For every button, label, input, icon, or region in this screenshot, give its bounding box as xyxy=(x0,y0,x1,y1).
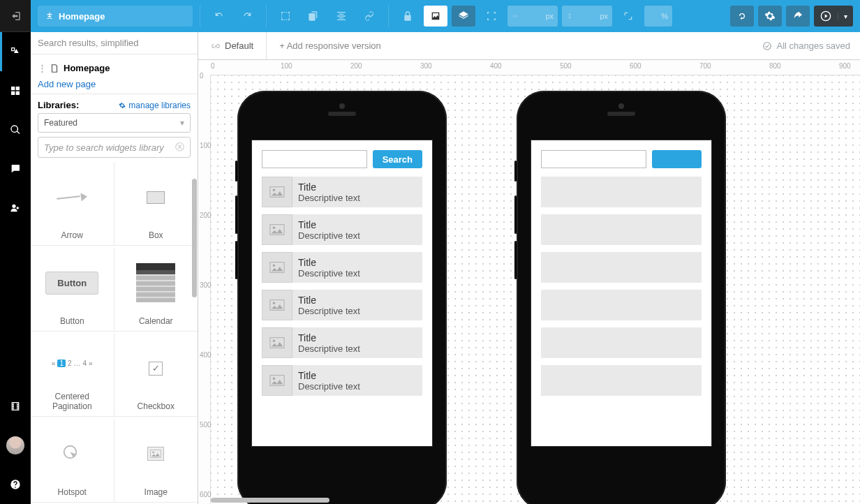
libraries-label: Libraries: xyxy=(38,100,79,110)
divider xyxy=(200,5,200,27)
image-placeholder-icon xyxy=(262,177,292,207)
list-item[interactable]: TitleDescriptive text xyxy=(262,252,422,283)
align-button[interactable] xyxy=(329,6,353,27)
aspect-lock-button[interactable] xyxy=(616,6,640,27)
phone-speaker-icon xyxy=(328,112,356,116)
widget-grid: ArrowBoxButtonButtonCalendar«12…4»Center… xyxy=(31,162,198,504)
user-plus-icon xyxy=(10,202,21,214)
divider xyxy=(266,5,267,27)
rail-elements[interactable] xyxy=(0,32,31,71)
widget-button[interactable]: ButtonButton xyxy=(31,248,114,332)
page-list: ⋮ Homepage Add new page xyxy=(31,54,198,94)
layers-button[interactable] xyxy=(452,6,475,27)
mockup-search-button[interactable]: Search xyxy=(373,150,422,168)
gear-small-icon xyxy=(119,102,126,109)
list-item[interactable]: TitleDescriptive text xyxy=(262,290,422,320)
list-item[interactable]: TitleDescriptive text xyxy=(541,327,702,358)
widget-label: Button xyxy=(60,317,84,327)
divider xyxy=(388,5,389,27)
add-responsive-version[interactable]: + Add responsive version xyxy=(267,40,394,51)
width-input[interactable]: px xyxy=(507,6,558,27)
lock-button[interactable] xyxy=(396,6,420,27)
preview-menu[interactable]: ▾ xyxy=(838,13,853,20)
phone-mockup-detailed[interactable]: Search TitleDescriptive textTitleDescrip… xyxy=(237,91,447,504)
select-all-button[interactable] xyxy=(274,6,297,27)
rail-film[interactable] xyxy=(0,387,31,426)
aspect-icon xyxy=(623,10,634,22)
gear-icon xyxy=(764,10,776,22)
pagination-preview: «12…4» xyxy=(35,337,110,390)
preview-button[interactable]: ▾ xyxy=(814,6,853,27)
share-button[interactable] xyxy=(786,6,810,27)
design-surface[interactable]: Search TitleDescriptive textTitleDescrip… xyxy=(211,75,860,504)
list-item[interactable]: TitleDescriptive text xyxy=(262,327,422,358)
widget-label: Hotspot xyxy=(58,488,87,498)
list-item[interactable]: TitleDescriptive text xyxy=(541,290,702,320)
widget-calendar[interactable]: Calendar xyxy=(114,248,198,332)
list-item[interactable]: TitleDescriptive text xyxy=(541,252,702,283)
rail-chat[interactable] xyxy=(0,149,31,188)
settings-button[interactable] xyxy=(758,6,782,27)
rail-exit[interactable] xyxy=(0,0,31,32)
redo-button[interactable] xyxy=(235,6,259,27)
library-select[interactable]: Featured ▾ xyxy=(38,113,191,133)
chevron-down-icon: ▾ xyxy=(180,118,184,128)
widget-box[interactable]: Box xyxy=(114,162,198,246)
list-item-desc: Descriptive text xyxy=(298,230,360,241)
image-toggle-button[interactable] xyxy=(424,6,447,27)
svg-point-13 xyxy=(273,302,276,304)
widget-centered-pagination[interactable]: «12…4»Centered Pagination xyxy=(31,333,114,417)
svg-point-11 xyxy=(273,264,276,267)
link-button[interactable] xyxy=(357,6,381,27)
widget-label: Arrow xyxy=(61,231,83,241)
list-item[interactable]: TitleDescriptive text xyxy=(541,365,702,396)
infinity-icon xyxy=(211,41,221,51)
sync-icon xyxy=(736,10,748,22)
list-item[interactable]: TitleDescriptive text xyxy=(262,365,422,396)
mockup-search-button[interactable]: Search xyxy=(652,150,702,168)
sync-button[interactable] xyxy=(730,6,754,27)
scrollbar-thumb[interactable] xyxy=(211,498,329,503)
ruler-tick: 500 xyxy=(560,62,572,70)
library-search[interactable]: Type to search widgets library ⓧ xyxy=(38,137,191,158)
version-tab-default[interactable]: Default xyxy=(198,32,267,59)
percent-input[interactable]: % xyxy=(644,6,672,27)
page-item[interactable]: ⋮ Homepage xyxy=(38,61,191,75)
mockup-search-input[interactable] xyxy=(262,150,367,168)
scrollbar-thumb[interactable] xyxy=(192,179,197,297)
rail-components[interactable] xyxy=(0,71,31,110)
undo-button[interactable] xyxy=(207,6,231,27)
left-panel: Search results, simplified ⋮ Homepage Ad… xyxy=(31,32,198,504)
widget-label: Calendar xyxy=(139,317,173,327)
list-item[interactable]: TitleDescriptive text xyxy=(262,214,422,245)
clear-icon[interactable]: ⓧ xyxy=(175,141,184,154)
rail-avatar[interactable] xyxy=(0,426,31,465)
widget-hotspot[interactable]: Hotspot xyxy=(31,419,114,503)
panel-search[interactable]: Search results, simplified xyxy=(31,32,198,54)
add-page-link[interactable]: Add new page xyxy=(38,79,191,89)
copy-button[interactable] xyxy=(302,6,325,27)
widget-image[interactable]: Image xyxy=(114,419,198,503)
svg-point-5 xyxy=(764,42,771,50)
rail-help[interactable] xyxy=(0,465,31,504)
svg-point-4 xyxy=(153,452,155,454)
list-item[interactable]: TitleDescriptive text xyxy=(541,214,702,245)
list-item[interactable]: TitleDescriptive text xyxy=(541,177,702,207)
mockup-search-input[interactable] xyxy=(541,150,646,168)
widget-checkbox[interactable]: ✓Checkbox xyxy=(114,333,198,417)
rail-user[interactable] xyxy=(0,188,31,228)
height-input[interactable]: px xyxy=(562,6,612,27)
phone-camera-icon xyxy=(618,103,624,109)
list-item[interactable]: TitleDescriptive text xyxy=(262,177,422,207)
save-status: All changes saved xyxy=(762,40,860,51)
page-selector[interactable]: Homepage xyxy=(38,6,193,27)
image-placeholder-icon xyxy=(262,290,292,320)
ruler-tick: 400 xyxy=(490,62,502,70)
list-item-desc: Descriptive text xyxy=(298,268,360,279)
selection-tool-button[interactable] xyxy=(480,6,503,27)
rail-search[interactable] xyxy=(0,110,31,149)
phone-mockup-lofi[interactable]: Search TitleDescriptive textTitleDescrip… xyxy=(517,91,726,504)
widget-arrow[interactable]: Arrow xyxy=(31,162,114,246)
topbar: Homepage px px % ▾ xyxy=(31,0,860,32)
manage-libraries[interactable]: manage libraries xyxy=(119,101,191,110)
